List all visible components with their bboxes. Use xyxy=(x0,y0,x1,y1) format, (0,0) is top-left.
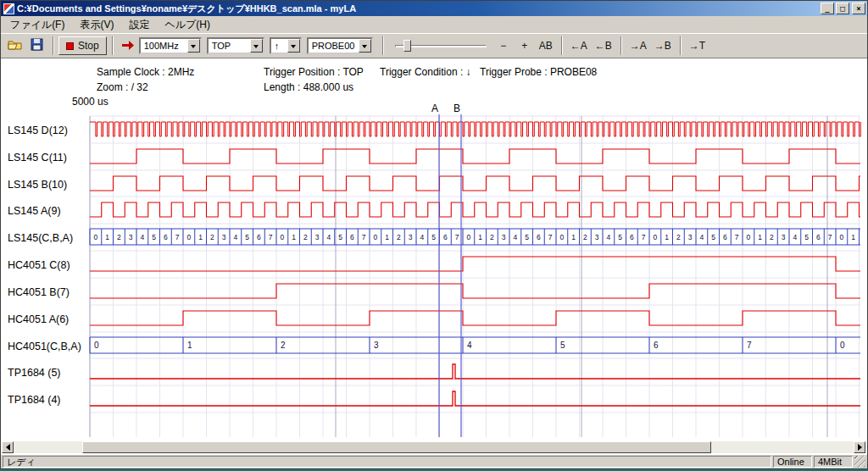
menu-help[interactable]: ヘルプ(H) xyxy=(157,16,218,34)
dropdown-arrow-icon[interactable] xyxy=(287,39,300,53)
svg-text:3: 3 xyxy=(409,233,413,241)
toolbar-separator xyxy=(112,36,114,55)
svg-text:3: 3 xyxy=(595,233,599,241)
svg-text:1: 1 xyxy=(478,233,482,241)
scroll-left-button[interactable] xyxy=(2,441,14,453)
svg-text:7: 7 xyxy=(362,233,366,241)
sample-rate-value: 100MHz xyxy=(144,41,179,51)
probe-value: PROBE00 xyxy=(312,41,355,51)
maximize-button[interactable]: □ xyxy=(836,3,849,14)
svg-text:2: 2 xyxy=(490,233,494,241)
zoom-slider[interactable] xyxy=(393,37,488,54)
svg-text:7: 7 xyxy=(175,233,180,241)
app-window: C:¥Documents and Settings¥noname¥デスクトップ¥… xyxy=(0,0,868,469)
svg-text:2: 2 xyxy=(770,233,774,241)
svg-text:1: 1 xyxy=(665,233,669,241)
status-online-badge: Online xyxy=(773,456,812,468)
svg-text:1: 1 xyxy=(851,233,855,241)
close-button[interactable]: × xyxy=(852,3,865,14)
svg-text:3: 3 xyxy=(782,233,786,241)
svg-text:4: 4 xyxy=(793,233,798,241)
scroll-left-icon xyxy=(3,444,10,451)
goto-cursor-b-button[interactable]: →B xyxy=(651,36,675,55)
svg-text:5: 5 xyxy=(804,233,809,241)
svg-text:1: 1 xyxy=(198,233,203,241)
svg-text:LS145 C(11): LS145 C(11) xyxy=(8,152,67,163)
svg-text:0: 0 xyxy=(654,233,658,241)
menubar: ファイル(F) 表示(V) 設定 ヘルプ(H) xyxy=(1,16,867,33)
svg-text:5: 5 xyxy=(245,233,249,241)
svg-text:1: 1 xyxy=(758,233,762,241)
titlebar[interactable]: C:¥Documents and Settings¥noname¥デスクトップ¥… xyxy=(1,1,867,16)
svg-text:A: A xyxy=(431,103,438,114)
waveform-display[interactable]: LS145 D(12)LS145 C(11)LS145 B(10)LS145 A… xyxy=(1,101,867,440)
svg-text:HC4051 C(8): HC4051 C(8) xyxy=(8,259,70,271)
svg-text:6: 6 xyxy=(164,233,168,241)
sample-rate-select[interactable]: 100MHz xyxy=(139,37,202,54)
svg-text:5: 5 xyxy=(431,233,436,241)
dropdown-arrow-icon[interactable] xyxy=(250,39,263,53)
dropdown-arrow-icon[interactable] xyxy=(187,39,200,53)
minimize-button[interactable]: _ xyxy=(821,3,834,14)
svg-text:4: 4 xyxy=(607,233,611,241)
scroll-right-button[interactable] xyxy=(854,441,865,453)
svg-text:6: 6 xyxy=(350,233,354,241)
trigger-edge-select[interactable]: ↑ xyxy=(270,37,302,54)
svg-text:6: 6 xyxy=(537,233,541,241)
svg-text:HC4051(C,B,A): HC4051(C,B,A) xyxy=(8,341,81,352)
menu-settings[interactable]: 設定 xyxy=(121,16,157,34)
waveform-client-area: Sample Clock : 2MHz Trigger Position : T… xyxy=(1,58,867,455)
svg-text:1: 1 xyxy=(292,233,296,241)
cursor-b-set-button[interactable]: ←B xyxy=(592,36,615,55)
svg-text:7: 7 xyxy=(735,233,739,241)
toolbar-separator xyxy=(680,36,682,55)
svg-text:4: 4 xyxy=(420,233,425,241)
toolbar-separator xyxy=(53,36,54,55)
resize-grip[interactable] xyxy=(854,456,865,468)
zoom-slider-thumb[interactable] xyxy=(403,40,411,52)
stop-icon xyxy=(66,42,74,50)
horizontal-scrollbar[interactable] xyxy=(2,441,865,453)
svg-text:6: 6 xyxy=(816,233,821,241)
svg-text:5: 5 xyxy=(525,233,529,241)
svg-text:5: 5 xyxy=(152,233,156,241)
goto-trigger-button[interactable]: →T xyxy=(686,36,709,55)
menu-view[interactable]: 表示(V) xyxy=(72,16,121,34)
svg-text:4: 4 xyxy=(514,233,518,241)
run-button[interactable] xyxy=(118,36,138,55)
trigger-probe-text: Trigger Probe : PROBE08 xyxy=(480,66,597,78)
svg-text:1: 1 xyxy=(385,233,389,241)
cursor-a-set-button[interactable]: ←A xyxy=(567,36,591,55)
zoom-in-button[interactable]: + xyxy=(515,36,535,55)
scroll-right-icon xyxy=(858,444,865,451)
svg-text:0: 0 xyxy=(187,233,192,241)
svg-text:1: 1 xyxy=(571,233,576,241)
stop-button[interactable]: Stop xyxy=(58,36,107,55)
goto-cursor-a-button[interactable]: →A xyxy=(626,36,650,55)
svg-text:0: 0 xyxy=(281,233,285,241)
svg-text:6: 6 xyxy=(443,233,448,241)
zoom-text: Zoom : / 32 xyxy=(97,81,148,93)
zoom-out-button[interactable]: − xyxy=(493,36,514,55)
svg-text:5: 5 xyxy=(338,233,342,241)
svg-text:3: 3 xyxy=(222,233,226,241)
zoom-ab-button[interactable]: AB xyxy=(536,36,556,55)
open-button[interactable] xyxy=(4,36,26,55)
dropdown-arrow-icon[interactable] xyxy=(359,39,371,53)
svg-text:0: 0 xyxy=(94,233,98,241)
svg-text:5: 5 xyxy=(560,341,565,350)
save-button[interactable] xyxy=(27,36,47,55)
svg-text:6: 6 xyxy=(654,341,659,350)
svg-text:0: 0 xyxy=(467,233,471,241)
trigger-position-select[interactable]: TOP xyxy=(207,37,264,54)
svg-text:7: 7 xyxy=(828,233,832,241)
probe-select[interactable]: PROBE00 xyxy=(307,37,373,54)
svg-text:3: 3 xyxy=(688,233,693,241)
scrollbar-thumb[interactable] xyxy=(82,441,711,453)
trigger-position-value: TOP xyxy=(212,41,231,51)
svg-text:7: 7 xyxy=(269,233,273,241)
svg-text:0: 0 xyxy=(94,341,99,350)
svg-text:0: 0 xyxy=(747,233,751,241)
menu-file[interactable]: ファイル(F) xyxy=(3,16,72,34)
svg-text:3: 3 xyxy=(502,233,506,241)
